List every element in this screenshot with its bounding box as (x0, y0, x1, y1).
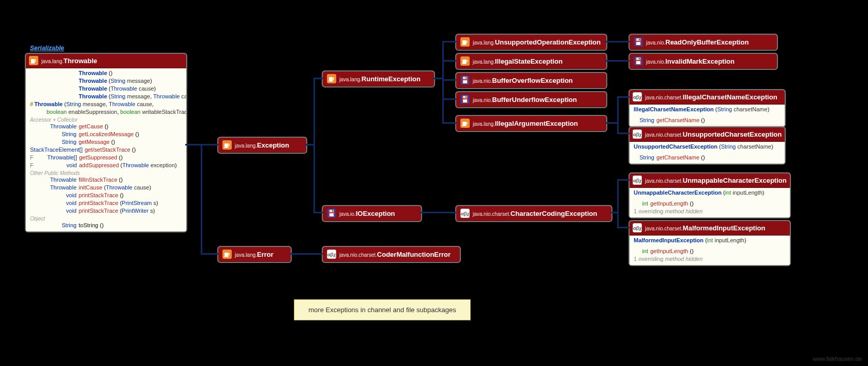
edge (313, 78, 323, 79)
class-box-error[interactable]: java.lang.Error (217, 246, 292, 263)
edge (420, 212, 456, 213)
edge (617, 179, 619, 228)
abg-icon (327, 250, 336, 259)
class-box-illegalcharsetnameexception[interactable]: java.nio.charset.IllegalCharsetNameExcep… (628, 89, 786, 127)
disk-icon (634, 56, 643, 66)
edge (313, 78, 315, 213)
edge (290, 253, 323, 255)
cup-icon (460, 56, 470, 66)
class-box-charactercodingexception[interactable]: java.nio.charset.CharacterCodingExceptio… (455, 205, 612, 222)
edge (433, 78, 443, 79)
interface-label-serializable: Serializable (30, 45, 64, 52)
section-other-public: Other Public Methods (26, 169, 186, 176)
class-box-readonlybufferexception[interactable]: java.nio.ReadOnlyBufferException (628, 34, 778, 51)
disk-icon (460, 95, 470, 104)
class-box-codermalfunctionerror[interactable]: java.nio.charset.CoderMalfunctionError (322, 246, 461, 263)
disk-icon (634, 37, 643, 47)
class-box-bufferunderflowexception[interactable]: java.nio.BufferUnderflowException (455, 91, 607, 108)
class-box-invalidmarkexception[interactable]: java.nio.InvalidMarkException (628, 53, 778, 70)
note-box: more Exceptions in channel and file subp… (294, 299, 471, 320)
abg-icon (460, 209, 470, 218)
edge (201, 253, 218, 255)
cup-icon (460, 119, 470, 128)
class-box-bufferoverflowexception[interactable]: java.nio.BufferOverflowException (455, 72, 607, 89)
class-box-unsupportedoperationexception[interactable]: java.lang.UnsupportedOperationException (455, 34, 607, 51)
watermark: www.falkhausen.de (813, 356, 862, 362)
class-box-ioexception[interactable]: java.io.IOException (322, 205, 422, 222)
cup-icon (460, 37, 470, 47)
diagram-canvas: { "labels": { "serializable": "Serializa… (0, 0, 868, 366)
section-object: Object (26, 215, 186, 222)
abg-icon (633, 175, 642, 185)
edge (617, 227, 630, 228)
abg-icon (633, 92, 642, 101)
edge (617, 179, 630, 181)
edge (617, 96, 619, 134)
class-box-exception[interactable]: java.lang.Exception (217, 137, 307, 154)
edge (201, 144, 218, 145)
edge (442, 41, 456, 42)
disk-icon (327, 209, 336, 218)
cup-icon (222, 140, 232, 150)
edge (442, 60, 456, 62)
edge (313, 212, 323, 213)
abg-icon (633, 223, 642, 232)
class-box-unsupportedcharsetexception[interactable]: java.nio.charset.UnsupportedCharsetExcep… (628, 126, 786, 165)
edge (617, 96, 630, 98)
class-header: java.lang.Throwable (26, 54, 186, 68)
edge (201, 144, 202, 254)
section-accessor: Accessor + Collector (26, 116, 186, 123)
class-box-malformedinputexception[interactable]: java.nio.charset.MalformedInputException… (628, 220, 791, 266)
edge (605, 122, 618, 124)
class-box-illegalargumentexception[interactable]: java.lang.IllegalArgumentException (455, 115, 607, 132)
class-name: Throwable (64, 57, 97, 65)
edge (442, 122, 456, 124)
abg-icon (633, 129, 642, 139)
cup-icon (29, 56, 38, 65)
class-body: Throwable () Throwable (String message) … (26, 68, 186, 231)
class-box-unmappablecharacterexception[interactable]: java.nio.charset.UnmappableCharacterExce… (628, 172, 791, 218)
class-box-throwable[interactable]: java.lang.Throwable Throwable () Throwab… (25, 53, 187, 232)
class-box-illegalstateexception[interactable]: java.lang.IllegalStateException (455, 53, 607, 70)
disk-icon (460, 76, 470, 85)
edge (185, 144, 202, 145)
edge (617, 133, 630, 134)
protected-marker: # (30, 101, 34, 107)
class-box-runtimeexception[interactable]: java.lang.RuntimeException (322, 70, 435, 87)
edge (605, 41, 630, 42)
edge (442, 98, 456, 100)
cup-icon (327, 74, 336, 83)
edge (605, 60, 630, 62)
edge (442, 79, 456, 81)
edge (442, 41, 444, 123)
cup-icon (222, 250, 232, 259)
package-label: java.lang. (41, 58, 64, 64)
